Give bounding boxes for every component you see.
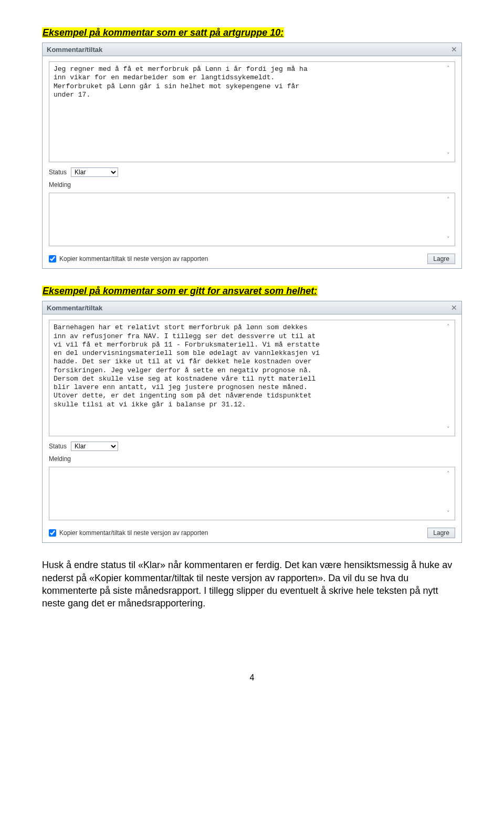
chevron-down-icon[interactable]: ˅ xyxy=(447,152,450,159)
scrollbar[interactable]: ˄ ˅ xyxy=(444,65,453,159)
melding-textarea[interactable] xyxy=(49,467,441,520)
save-button[interactable]: Lagre xyxy=(427,528,455,538)
melding-label: Melding xyxy=(49,181,71,188)
copy-checkbox[interactable] xyxy=(49,529,56,537)
page-number: 4 xyxy=(42,673,462,683)
body-paragraph: Husk å endre status til «Klar» når komme… xyxy=(42,559,462,610)
status-label: Status xyxy=(49,443,67,450)
example-heading-2: Eksempel på kommentar som er gitt for an… xyxy=(42,286,318,296)
melding-textarea-wrap: ˄ ˅ xyxy=(49,193,455,246)
comment-textarea-wrap: ˄ ˅ xyxy=(49,61,455,162)
status-select[interactable]: Klar xyxy=(71,442,118,451)
copy-checkbox-label: Kopier kommentar/tiltak til neste versjo… xyxy=(59,255,208,263)
comment-panel-1: Kommentar/tiltak ✕ ˄ ˅ Status Klar Meldi… xyxy=(42,43,462,269)
copy-checkbox-wrap[interactable]: Kopier kommentar/tiltak til neste versjo… xyxy=(49,529,208,537)
status-label: Status xyxy=(49,169,67,176)
copy-checkbox-wrap[interactable]: Kopier kommentar/tiltak til neste versjo… xyxy=(49,255,208,263)
chevron-up-icon[interactable]: ˄ xyxy=(447,470,450,477)
scrollbar[interactable]: ˄ ˅ xyxy=(444,323,453,433)
panel-header: Kommentar/tiltak ✕ xyxy=(43,43,461,56)
close-icon[interactable]: ✕ xyxy=(451,303,457,312)
panel-header: Kommentar/tiltak ✕ xyxy=(43,301,461,314)
scrollbar[interactable]: ˄ ˅ xyxy=(444,196,453,243)
panel-title: Kommentar/tiltak xyxy=(47,304,102,312)
chevron-up-icon[interactable]: ˄ xyxy=(447,65,450,72)
close-icon[interactable]: ✕ xyxy=(451,45,457,54)
save-button[interactable]: Lagre xyxy=(427,254,455,264)
chevron-up-icon[interactable]: ˄ xyxy=(447,196,450,203)
melding-textarea[interactable] xyxy=(49,193,441,246)
comment-panel-2: Kommentar/tiltak ✕ ˄ ˅ Status Klar Meldi… xyxy=(42,301,462,543)
status-select[interactable]: Klar xyxy=(71,167,118,177)
comment-textarea[interactable] xyxy=(49,62,441,162)
melding-label: Melding xyxy=(49,455,71,463)
copy-checkbox[interactable] xyxy=(49,255,56,263)
chevron-down-icon[interactable]: ˅ xyxy=(447,510,450,517)
scrollbar[interactable]: ˄ ˅ xyxy=(444,470,453,517)
melding-textarea-wrap: ˄ ˅ xyxy=(49,467,455,520)
comment-textarea[interactable] xyxy=(49,320,441,436)
chevron-down-icon[interactable]: ˅ xyxy=(447,236,450,243)
copy-checkbox-label: Kopier kommentar/tiltak til neste versjo… xyxy=(59,529,208,537)
example-heading-1: Eksempel på kommentar som er satt på art… xyxy=(42,27,284,38)
panel-title: Kommentar/tiltak xyxy=(47,46,102,54)
comment-textarea-wrap: ˄ ˅ xyxy=(49,320,455,436)
chevron-up-icon[interactable]: ˄ xyxy=(447,323,450,330)
chevron-down-icon[interactable]: ˅ xyxy=(447,426,450,433)
